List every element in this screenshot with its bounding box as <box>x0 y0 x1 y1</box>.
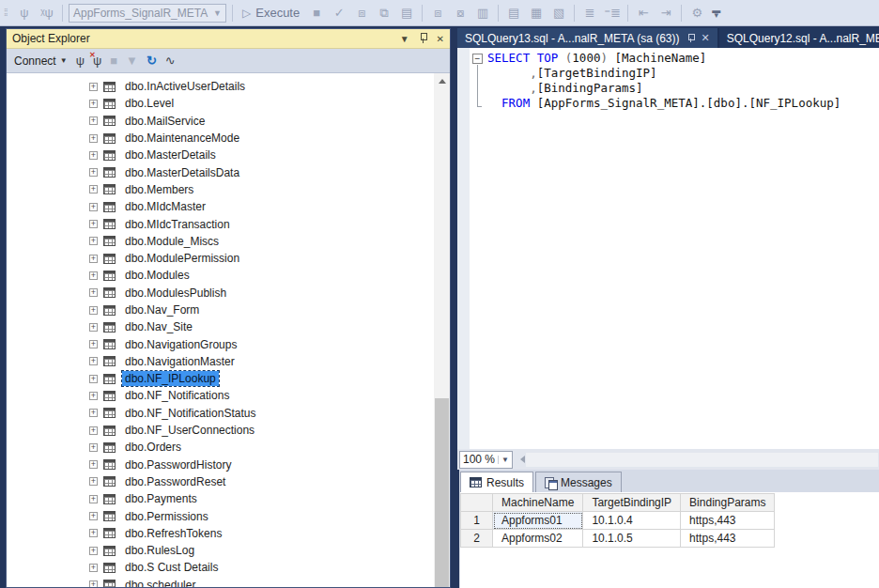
grid-cell[interactable]: 10.1.0.5 <box>583 530 681 548</box>
vertical-scrollbar[interactable] <box>434 73 450 587</box>
tree-item[interactable]: +dbo.PasswordReset <box>7 473 434 490</box>
expand-icon[interactable]: + <box>89 306 98 315</box>
expand-icon[interactable]: + <box>89 220 98 228</box>
expand-icon[interactable]: + <box>89 237 98 245</box>
live-query-stats-icon[interactable]: ⧇ <box>451 4 470 23</box>
tree-item[interactable]: +dbo.ModulePermission <box>7 250 434 267</box>
tree-item[interactable]: +dbo.NF_UserConnections <box>7 422 434 439</box>
expand-icon[interactable]: + <box>89 460 98 469</box>
tree-item[interactable]: +dbo.ModulesPublish <box>7 285 434 302</box>
activity-monitor-icon[interactable]: ∿ <box>165 54 176 68</box>
query-options-icon[interactable]: ⧉ <box>375 4 393 23</box>
expand-icon[interactable]: + <box>89 512 98 520</box>
grid-cell[interactable]: 10.1.0.4 <box>583 512 681 530</box>
expand-icon[interactable]: + <box>89 529 98 537</box>
new-query-connection-icon[interactable]: ψ <box>15 4 34 23</box>
grid-cell[interactable]: Appforms02 <box>493 530 583 548</box>
connect-object-icon[interactable]: ψ <box>76 54 85 68</box>
expand-icon[interactable]: + <box>89 151 98 160</box>
change-connection-icon[interactable]: ᵡψ <box>38 4 56 23</box>
scroll-up-arrow[interactable] <box>434 73 450 89</box>
increase-indent-icon[interactable]: ⇥ <box>656 4 675 23</box>
refresh-icon[interactable]: ↻ <box>146 54 157 68</box>
decrease-indent-icon[interactable]: ⇤ <box>634 4 653 23</box>
grid-cell[interactable]: https,443 <box>681 512 775 530</box>
close-icon[interactable]: ✕ <box>702 32 710 44</box>
tree-item[interactable]: +dbo.Modules <box>7 267 434 284</box>
tree-item[interactable]: +dbo.Permissions <box>7 507 434 524</box>
tree-item[interactable]: +dbo.Payments <box>7 490 434 507</box>
expand-icon[interactable]: + <box>89 375 98 383</box>
expand-icon[interactable]: + <box>89 100 98 108</box>
expand-icon[interactable]: + <box>89 443 98 452</box>
grid-corner-cell[interactable] <box>461 494 493 512</box>
grid-cell[interactable]: https,443 <box>681 530 775 548</box>
horizontal-scrollbar[interactable] <box>526 453 878 467</box>
tree-item[interactable]: +dbo.Orders <box>7 439 434 456</box>
tree-item[interactable]: +dbo.InActiveUserDetails <box>7 78 434 95</box>
expand-icon[interactable]: + <box>89 255 98 263</box>
expand-icon[interactable]: + <box>89 392 98 400</box>
tree-item[interactable]: +dbo.NF_IPLookup <box>7 370 434 387</box>
expand-icon[interactable]: + <box>89 271 98 280</box>
sql-editor[interactable]: − SELECT TOP (1000) [MachineName] ,[Targ… <box>457 48 879 449</box>
tree-item[interactable]: +dbo.NavigationGroups <box>7 335 434 352</box>
expand-icon[interactable]: + <box>89 426 98 435</box>
tree-item[interactable]: +dbo.MIdcMaster <box>7 198 434 215</box>
tree-item[interactable]: +dbo.MaintenanceMode <box>7 130 434 147</box>
grid-cell[interactable]: Appforms01 <box>493 512 583 530</box>
scroll-left-arrow[interactable] <box>520 456 525 463</box>
results-to-grid-icon[interactable]: ▦ <box>527 4 546 23</box>
execute-button[interactable]: ▷ Execute <box>239 4 303 23</box>
grid-column-header[interactable]: MachineName <box>493 494 583 512</box>
pin-icon[interactable] <box>686 33 695 43</box>
tree-item[interactable]: +dbo.RulesLog <box>7 542 434 559</box>
collapse-region-icon[interactable]: − <box>472 54 483 64</box>
tab-messages[interactable]: Messages <box>535 472 622 492</box>
comment-lines-icon[interactable]: ≣ <box>580 4 599 23</box>
close-icon[interactable]: ✕ <box>437 34 444 44</box>
scrollbar-thumb[interactable] <box>435 398 449 587</box>
tree-item[interactable]: +dbo.RefreshTokens <box>7 525 434 542</box>
pin-icon[interactable] <box>419 33 427 45</box>
tree-item[interactable]: +dbo.Level <box>7 95 434 112</box>
tree-item[interactable]: +dbo.S Cust Details <box>7 559 434 576</box>
results-to-file-icon[interactable]: ▧ <box>549 4 568 23</box>
uncomment-lines-icon[interactable]: ⁼≣ <box>603 4 622 23</box>
tree-item[interactable]: +dbo.MasterDetailsData <box>7 163 434 180</box>
intellisense-icon[interactable]: ▤ <box>397 4 416 23</box>
disconnect-icon[interactable]: ✕ψ <box>93 54 101 68</box>
window-position-icon[interactable]: ▼ <box>400 34 409 44</box>
tree-item[interactable]: +dbo.MailService <box>7 113 434 130</box>
expand-icon[interactable]: + <box>89 323 98 332</box>
grid-column-header[interactable]: BindingParams <box>681 494 775 512</box>
tree-item[interactable]: +dbo.MIdcTransaction <box>7 215 434 232</box>
tab-results[interactable]: Results <box>460 472 533 492</box>
expand-icon[interactable]: + <box>89 168 98 177</box>
expand-icon[interactable]: + <box>89 203 98 211</box>
cancel-query-icon[interactable]: ■ <box>307 4 326 23</box>
expand-icon[interactable]: + <box>89 547 98 555</box>
available-databases-combo[interactable]: AppForms_SignalR_META ▼ <box>69 4 226 23</box>
grid-row-number[interactable]: 2 <box>461 530 493 548</box>
expand-icon[interactable]: + <box>89 477 98 486</box>
tree-item[interactable]: +dbo.NavigationMaster <box>7 353 434 370</box>
expand-icon[interactable]: + <box>89 134 98 143</box>
grid-column-header[interactable]: TargetBindingIP <box>583 494 681 512</box>
toolbar-grip[interactable]: ⁞⁞ <box>4 8 11 17</box>
results-to-text-icon[interactable]: ▤ <box>504 4 523 23</box>
filter-icon[interactable]: ▼ <box>126 54 138 68</box>
expand-icon[interactable]: + <box>89 409 98 417</box>
tree-item[interactable]: +dbo.MasterDetails <box>7 147 434 163</box>
expand-icon[interactable]: + <box>89 580 98 587</box>
include-actual-plan-icon[interactable]: ⧈ <box>428 4 447 23</box>
tree-item[interactable]: +dbo.NF_NotificationStatus <box>7 405 434 422</box>
toolbar-overflow-icon[interactable]: ▬▾ <box>712 8 720 18</box>
tree-item[interactable]: +dbo.scheduler <box>7 577 434 587</box>
client-statistics-icon[interactable]: ▥ <box>473 4 492 23</box>
tree-item[interactable]: +dbo.NF_Notifications <box>7 387 434 404</box>
document-tab[interactable]: SQLQuery13.sql - A...nalR_META (sa (63))… <box>457 28 717 48</box>
parse-query-icon[interactable]: ✓ <box>330 4 348 23</box>
tree-item[interactable]: +dbo.PasswordHistory <box>7 456 434 473</box>
tree-item[interactable]: +dbo.Nav_Form <box>7 302 434 318</box>
